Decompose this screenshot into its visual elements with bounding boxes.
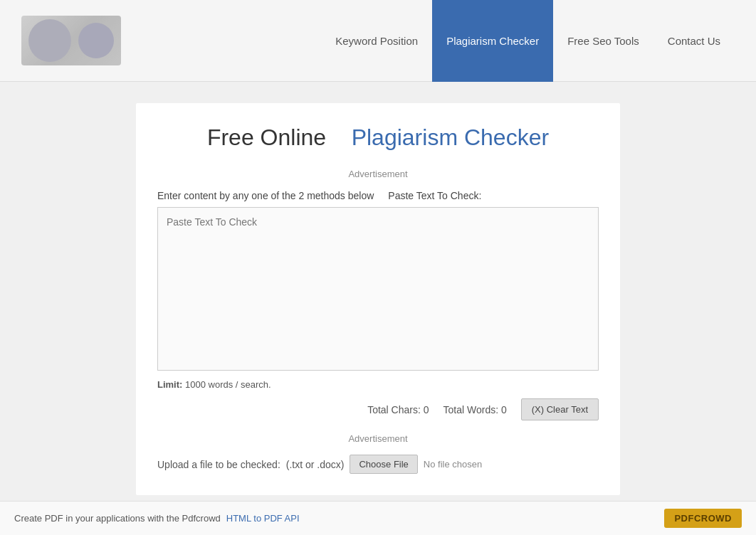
clear-text-button[interactable]: (X) Clear Text	[521, 398, 599, 420]
total-words: Total Words: 0	[443, 404, 507, 415]
choose-file-button[interactable]: Choose File	[350, 455, 417, 474]
stats-row: Total Chars: 0 Total Words: 0 (X) Clear …	[157, 398, 599, 420]
site-header: Keyword Position Plagiarism Checker Free…	[0, 0, 756, 82]
input-instructions-left: Enter content by any one of the 2 method…	[157, 190, 374, 201]
advertisement-label: Advertisement	[157, 169, 599, 179]
pdfcrowd-badge: PDFCROWD	[664, 509, 742, 528]
total-chars: Total Chars: 0	[367, 404, 429, 415]
promo-text: Create PDF in your applications with the…	[14, 513, 221, 524]
nav-keyword-position[interactable]: Keyword Position	[321, 0, 432, 82]
page-title: Free Online Plagiarism Checker	[157, 125, 599, 151]
nav-contact-us[interactable]: Contact Us	[653, 0, 735, 82]
advertisement-label-2: Advertisement	[157, 433, 599, 444]
upload-label: Upload a file to be checked:	[157, 459, 280, 470]
main-wrapper: Free Online Plagiarism Checker Advertise…	[0, 82, 756, 535]
input-instructions: Enter content by any one of the 2 method…	[157, 190, 599, 201]
textarea-container	[157, 207, 599, 374]
main-nav: Keyword Position Plagiarism Checker Free…	[321, 0, 735, 81]
content-card: Free Online Plagiarism Checker Advertise…	[136, 103, 620, 495]
site-logo	[21, 16, 121, 65]
page-title-black: Free Online	[207, 125, 326, 150]
limit-label: Limit:	[157, 379, 182, 390]
nav-free-seo-tools[interactable]: Free Seo Tools	[553, 0, 653, 82]
page-title-blue: Plagiarism Checker	[352, 125, 549, 150]
nav-plagiarism-checker[interactable]: Plagiarism Checker	[432, 0, 553, 82]
upload-section: Upload a file to be checked: (.txt or .d…	[157, 455, 599, 474]
html-to-pdf-link[interactable]: HTML to PDF API	[226, 513, 300, 524]
limit-text: Limit: 1000 words / search.	[157, 379, 599, 390]
logo-area	[21, 16, 121, 65]
file-ext-label: (.txt or .docx)	[286, 459, 345, 470]
no-file-chosen: No file chosen	[424, 459, 482, 470]
pdfcrowd-badge-text: PDFCROWD	[674, 513, 732, 524]
text-input-area[interactable]	[157, 207, 599, 371]
bottom-bar: Create PDF in your applications with the…	[0, 501, 756, 535]
limit-value: 1000 words / search.	[185, 379, 271, 390]
input-instructions-right: Paste Text To Check:	[388, 190, 481, 201]
